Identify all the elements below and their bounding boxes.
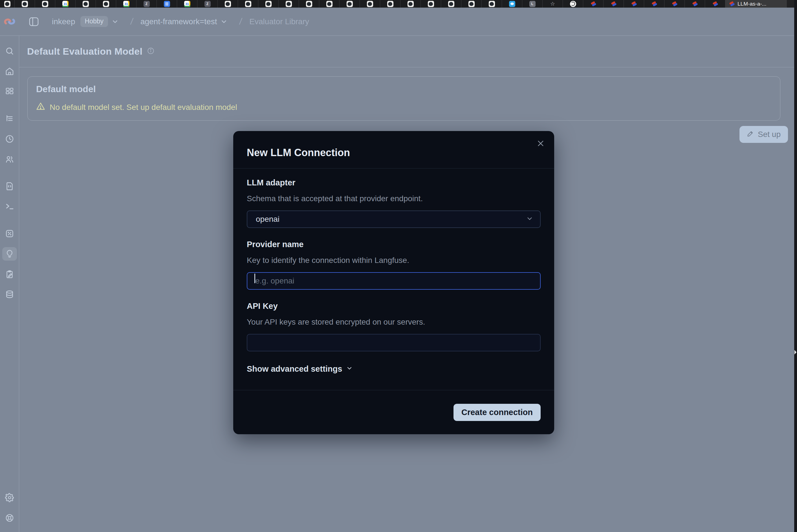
browser-tab[interactable] — [299, 0, 319, 7]
gcal-favicon: 31 — [62, 1, 69, 7]
pencil-icon — [747, 130, 754, 139]
browser-tab[interactable] — [35, 0, 55, 7]
browser-tab[interactable] — [685, 0, 705, 7]
tracing-icon — [5, 114, 14, 123]
llm-adapter-description: Schema that is accepted at that provider… — [247, 194, 541, 203]
browser-tab[interactable] — [380, 0, 400, 7]
create-connection-button[interactable]: Create connection — [453, 404, 541, 421]
api-key-input[interactable] — [247, 334, 541, 352]
sidebar-item-data[interactable] — [2, 288, 17, 301]
modal-header: New LLM Connection — [233, 131, 554, 169]
browser-tab[interactable] — [624, 0, 644, 7]
browser-tab[interactable]: 31 — [116, 0, 137, 7]
show-advanced-settings-toggle[interactable]: Show advanced settings — [247, 364, 353, 374]
github-favicon — [245, 1, 251, 7]
provider-name-input[interactable] — [247, 272, 541, 290]
sidebar-item-settings[interactable] — [2, 491, 17, 505]
browser-tab[interactable] — [583, 0, 603, 7]
github-favicon — [225, 1, 231, 7]
langfuse-favicon — [712, 1, 718, 7]
page-header: Default Evaluation Model — [19, 36, 794, 67]
browser-tab[interactable]: ☆ — [543, 0, 563, 7]
breadcrumb-page: Evaluator Library — [249, 17, 309, 26]
sidebar-toggle-icon[interactable] — [28, 16, 39, 27]
browser-tab[interactable] — [563, 0, 583, 7]
browser-tab[interactable] — [441, 0, 461, 7]
chevron-down-icon[interactable] — [111, 18, 119, 25]
breadcrumb-project[interactable]: agent-framework=test — [141, 17, 217, 26]
search-icon — [5, 46, 14, 56]
browser-tab[interactable]: L — [522, 0, 543, 7]
browser-tab[interactable] — [0, 0, 15, 7]
close-icon[interactable] — [536, 138, 546, 149]
sidebar-item-support[interactable] — [2, 511, 17, 525]
provider-name-label: Provider name — [247, 240, 541, 249]
browser-tab[interactable] — [96, 0, 116, 7]
sidebar-item-prompts[interactable] — [2, 179, 17, 193]
sidebar-item-tracing[interactable] — [2, 112, 17, 126]
browser-tab[interactable] — [218, 0, 238, 7]
browser-tab[interactable] — [76, 0, 96, 7]
scores-icon — [5, 229, 14, 238]
sidebar-item-playground[interactable] — [2, 200, 17, 213]
breadcrumb-org[interactable]: inkeep — [52, 17, 75, 26]
browser-tab[interactable] — [705, 0, 725, 7]
browser-tab[interactable] — [502, 0, 522, 7]
langfuse-favicon — [651, 1, 657, 7]
browser-tab[interactable] — [644, 0, 665, 7]
sidebar — [0, 36, 19, 532]
sidebar-item-users[interactable] — [2, 152, 17, 166]
evaluation-icon — [5, 249, 14, 259]
sidebar-item-datasets[interactable] — [2, 267, 17, 281]
github-favicon — [83, 1, 89, 7]
breadcrumb-separator: / — [239, 16, 243, 27]
langfuse-logo[interactable] — [0, 17, 19, 26]
sidebar-item-scores[interactable] — [2, 227, 17, 240]
sidebar-item-home[interactable] — [2, 64, 17, 78]
home-icon — [5, 67, 14, 76]
tab-strip: 3131Z31ZL☆ — [0, 0, 725, 7]
sidebar-item-search[interactable] — [2, 44, 17, 58]
info-icon[interactable] — [147, 47, 155, 56]
modal-title: New LLM Connection — [247, 147, 541, 159]
browser-tab[interactable]: 31 — [177, 0, 197, 7]
star-favicon: ☆ — [550, 1, 556, 7]
advanced-label: Show advanced settings — [247, 364, 342, 374]
browser-tab[interactable] — [360, 0, 380, 7]
provider-name-wrap — [247, 265, 541, 290]
new-llm-connection-modal: New LLM Connection LLM adapter Schema th… — [233, 131, 554, 434]
browser-tab[interactable] — [15, 0, 35, 7]
browser-tab[interactable] — [258, 0, 279, 7]
browser-tab[interactable] — [319, 0, 340, 7]
browser-tab[interactable] — [238, 0, 258, 7]
set-up-button[interactable]: Set up — [740, 126, 788, 143]
browser-tab[interactable] — [340, 0, 360, 7]
github-favicon — [286, 1, 292, 7]
sidebar-item-dashboards[interactable] — [2, 85, 17, 98]
browser-tab[interactable] — [461, 0, 482, 7]
settings-icon — [5, 493, 14, 502]
browser-tab[interactable] — [482, 0, 502, 7]
browser-tab[interactable] — [421, 0, 441, 7]
github-favicon — [22, 1, 28, 7]
page-title: Default Evaluation Model — [27, 46, 142, 57]
github-favicon — [347, 1, 353, 7]
langfuse-favicon — [729, 1, 735, 7]
browser-tab[interactable]: 31 — [55, 0, 76, 7]
zight-favicon: Z — [144, 1, 150, 7]
browser-tab[interactable] — [400, 0, 421, 7]
chevron-down-icon[interactable] — [220, 18, 228, 25]
browser-tab[interactable] — [157, 0, 177, 7]
github-favicon — [4, 1, 11, 7]
sidebar-item-sessions[interactable] — [2, 132, 17, 146]
sidebar-item-evaluation[interactable] — [2, 247, 17, 261]
browser-tab[interactable] — [279, 0, 299, 7]
browser-tab-active[interactable]: LLM-as-a-... — [725, 0, 787, 7]
github-favicon — [387, 1, 394, 7]
llm-adapter-select[interactable]: openai — [247, 210, 541, 228]
browser-tab[interactable]: Z — [137, 0, 157, 7]
browser-tab[interactable] — [603, 0, 624, 7]
browser-tab[interactable]: Z — [197, 0, 218, 7]
browser-tab[interactable] — [665, 0, 685, 7]
gcal-favicon: 31 — [184, 1, 191, 7]
